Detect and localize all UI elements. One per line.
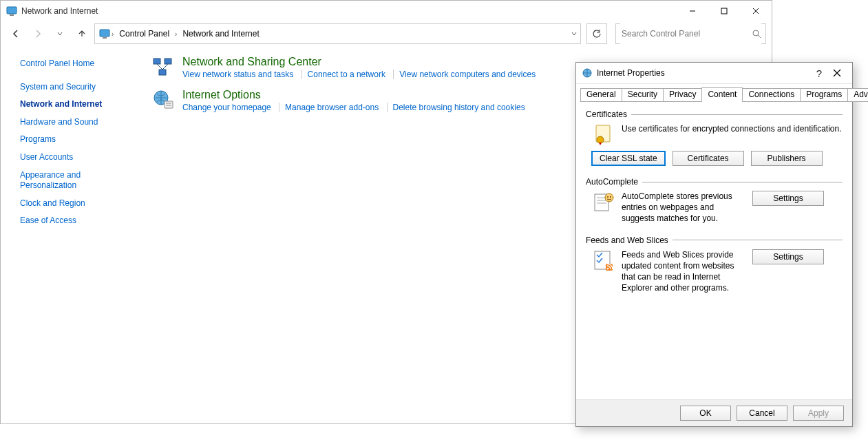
group-text: Feeds and Web Slices provide updated con…: [622, 249, 745, 294]
tab-security[interactable]: Security: [622, 88, 664, 102]
separator: [301, 70, 302, 79]
sidebar-item-system-and-security[interactable]: System and Security: [20, 82, 138, 93]
group-legend-autocomplete: AutoComplete: [586, 177, 638, 187]
window-title: Network and Internet: [21, 6, 677, 16]
group-feeds: Feeds and Web Slices Feeds and Web Slice…: [586, 235, 843, 301]
group-legend-feeds: Feeds and Web Slices: [586, 235, 668, 245]
dialog-footer: OK Cancel Apply: [576, 399, 852, 426]
sidebar: Control Panel Home System and Security N…: [1, 46, 138, 423]
svg-line-14: [162, 64, 168, 70]
breadcrumb-item-control-panel[interactable]: Control Panel: [115, 24, 173, 43]
group-certificates: Certificates Use certificates for encryp…: [586, 109, 843, 173]
search-icon: [752, 29, 761, 39]
sidebar-item-network-and-internet[interactable]: Network and Internet: [20, 99, 138, 110]
tab-programs[interactable]: Programs: [800, 88, 848, 102]
forward-button[interactable]: [28, 24, 47, 43]
window-titlebar: Network and Internet: [1, 1, 772, 21]
svg-rect-6: [100, 30, 109, 36]
chevron-right-icon: ›: [175, 30, 177, 38]
separator: [393, 70, 394, 79]
link-view-network-computers[interactable]: View network computers and devices: [399, 70, 536, 79]
svg-line-13: [157, 64, 162, 70]
svg-point-28: [605, 193, 613, 202]
sidebar-item-ease-of-access[interactable]: Ease of Access: [20, 216, 138, 227]
autocomplete-icon: [593, 191, 615, 213]
network-sharing-center-icon: [152, 56, 174, 78]
svg-rect-1: [10, 14, 14, 16]
up-button[interactable]: [72, 24, 92, 43]
internet-options-icon: [152, 89, 174, 111]
certificate-icon: [593, 123, 615, 145]
cancel-button[interactable]: Cancel: [737, 406, 787, 421]
control-panel-icon: [99, 28, 110, 39]
link-view-network-status[interactable]: View network status and tasks: [182, 70, 293, 79]
divider: [673, 240, 843, 240]
breadcrumb[interactable]: › Control Panel › Network and Internet: [94, 23, 581, 44]
link-connect-to-network[interactable]: Connect to a network: [308, 70, 385, 79]
apply-button[interactable]: Apply: [793, 406, 844, 421]
link-manage-addons[interactable]: Manage browser add-ons: [285, 103, 379, 112]
close-button[interactable]: [740, 1, 772, 21]
chevron-right-icon: ›: [112, 30, 114, 38]
divider: [642, 182, 843, 182]
svg-point-30: [610, 196, 611, 198]
clear-ssl-state-button[interactable]: Clear SSL state: [591, 151, 666, 166]
svg-rect-32: [606, 264, 613, 271]
link-delete-browsing-history[interactable]: Delete browsing history and cookies: [393, 103, 525, 112]
maximize-button[interactable]: [708, 1, 740, 21]
sidebar-item-hardware-and-sound[interactable]: Hardware and Sound: [20, 117, 138, 128]
breadcrumb-dropdown-icon[interactable]: [571, 30, 578, 37]
separator: [387, 103, 388, 112]
category-title[interactable]: Internet Options: [182, 89, 525, 101]
dialog-content: Certificates Use certificates for encryp…: [576, 101, 852, 399]
dialog-title: Internet Properties: [597, 68, 811, 78]
tab-content[interactable]: Content: [701, 87, 743, 101]
svg-point-33: [607, 267, 609, 269]
autocomplete-settings-button[interactable]: Settings: [752, 191, 824, 206]
minimize-button[interactable]: [677, 1, 708, 21]
tab-advanced[interactable]: Advanced: [847, 88, 868, 102]
sidebar-item-user-accounts[interactable]: User Accounts: [20, 152, 138, 163]
recent-locations-dropdown[interactable]: [50, 24, 70, 43]
svg-rect-0: [7, 7, 17, 14]
link-change-homepage[interactable]: Change your homepage: [182, 103, 271, 112]
sidebar-item-clock-and-region[interactable]: Clock and Region: [20, 198, 138, 209]
dialog-titlebar: Internet Properties ?: [576, 63, 852, 84]
svg-rect-7: [103, 37, 107, 39]
internet-properties-dialog: Internet Properties ? General Security P…: [575, 62, 853, 427]
svg-rect-3: [721, 8, 727, 14]
svg-point-8: [753, 30, 759, 36]
svg-point-29: [607, 196, 608, 198]
tab-privacy[interactable]: Privacy: [663, 88, 702, 102]
toolbar: › Control Panel › Network and Internet: [1, 21, 772, 46]
dialog-tabs: General Security Privacy Content Connect…: [580, 87, 848, 101]
search-box[interactable]: [615, 23, 766, 44]
dialog-close-button[interactable]: [827, 69, 847, 77]
svg-rect-16: [165, 101, 173, 108]
back-button[interactable]: [6, 24, 25, 43]
tab-general[interactable]: General: [580, 88, 622, 102]
internet-properties-icon: [582, 67, 593, 78]
refresh-button[interactable]: [586, 23, 607, 44]
tab-connections[interactable]: Connections: [742, 88, 801, 102]
certificates-button[interactable]: Certificates: [673, 151, 744, 166]
sidebar-item-appearance-and-personalization[interactable]: Appearance and Personalization: [20, 170, 116, 191]
svg-rect-12: [159, 70, 166, 75]
sidebar-item-control-panel-home[interactable]: Control Panel Home: [20, 59, 138, 70]
divider: [631, 114, 843, 115]
feeds-icon: [593, 249, 615, 271]
svg-rect-11: [165, 59, 171, 64]
search-input[interactable]: [620, 23, 761, 44]
separator: [279, 103, 279, 112]
breadcrumb-item-network-and-internet[interactable]: Network and Internet: [178, 24, 263, 43]
group-legend-certificates: Certificates: [586, 109, 627, 119]
control-panel-icon: [6, 6, 17, 17]
sidebar-item-programs[interactable]: Programs: [20, 134, 138, 145]
group-text: AutoComplete stores previous entries on …: [622, 191, 745, 224]
feeds-settings-button[interactable]: Settings: [752, 249, 824, 264]
ok-button[interactable]: OK: [680, 406, 731, 421]
category-title[interactable]: Network and Sharing Center: [182, 56, 536, 68]
publishers-button[interactable]: Publishers: [751, 151, 823, 166]
help-button[interactable]: ?: [811, 67, 827, 79]
group-text: Use certificates for encrypted connectio…: [622, 123, 843, 134]
